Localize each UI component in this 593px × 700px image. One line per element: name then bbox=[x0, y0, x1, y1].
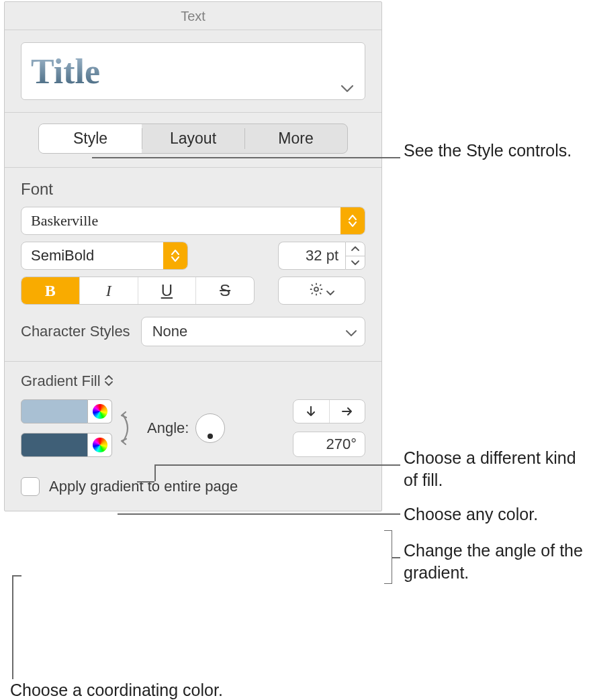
strikethrough-button[interactable]: S bbox=[195, 277, 254, 304]
callout-any-color: Choose any color. bbox=[404, 503, 538, 526]
font-weight-value: SemiBold bbox=[21, 247, 163, 264]
text-inspector-panel: Text Title Style Layout More Font Basker… bbox=[4, 1, 382, 511]
chevron-down-icon bbox=[326, 283, 334, 299]
format-tabs: Style Layout More bbox=[38, 123, 348, 154]
callout-angle: Change the angle of the gradient. bbox=[404, 540, 592, 583]
font-family-select[interactable]: Baskerville bbox=[21, 207, 365, 235]
gradient-color-2-well[interactable] bbox=[21, 433, 88, 457]
tab-layout[interactable]: Layout bbox=[142, 124, 244, 153]
fill-type-label: Gradient Fill bbox=[21, 372, 101, 390]
svg-point-0 bbox=[314, 287, 318, 291]
bold-button[interactable]: B bbox=[21, 277, 79, 304]
font-size-stepper[interactable] bbox=[345, 242, 365, 270]
advanced-options-button[interactable] bbox=[278, 277, 365, 305]
paragraph-style-label: Title bbox=[31, 52, 100, 91]
gear-icon bbox=[309, 282, 324, 300]
panel-title: Text bbox=[5, 2, 381, 30]
italic-button[interactable]: I bbox=[79, 277, 138, 304]
character-style-select[interactable]: None bbox=[141, 317, 365, 346]
direction-right-button[interactable] bbox=[329, 400, 365, 423]
tab-style[interactable]: Style bbox=[39, 124, 142, 153]
callout-fill-kind: Choose a different kind of fill. bbox=[404, 447, 592, 491]
gradient-color-1-well[interactable] bbox=[21, 399, 88, 423]
font-heading: Font bbox=[21, 168, 365, 207]
callout-coord-color: Choose a coordinating color. bbox=[10, 679, 223, 700]
updown-icon bbox=[163, 242, 187, 269]
underline-button[interactable]: U bbox=[138, 277, 196, 304]
callout-style: See the Style controls. bbox=[404, 140, 572, 162]
chevron-up-icon bbox=[346, 242, 365, 256]
font-family-value: Baskerville bbox=[21, 212, 340, 230]
direction-down-button[interactable] bbox=[293, 400, 329, 423]
angle-field[interactable]: 270° bbox=[293, 432, 365, 457]
color-wheel-icon bbox=[93, 438, 107, 452]
swap-colors-button[interactable] bbox=[112, 409, 140, 447]
angle-dial[interactable] bbox=[195, 413, 225, 443]
chevron-down-icon bbox=[334, 43, 361, 99]
font-weight-select[interactable]: SemiBold bbox=[21, 242, 188, 270]
apply-to-page-label: Apply gradient to entire page bbox=[49, 478, 238, 495]
chevron-down-icon bbox=[346, 323, 357, 340]
font-size-field[interactable]: 32 pt bbox=[278, 242, 345, 270]
gradient-color-2-picker[interactable] bbox=[88, 433, 112, 457]
text-style-buttons: B I U S bbox=[21, 277, 255, 305]
paragraph-style-select[interactable]: Title bbox=[21, 42, 365, 100]
character-styles-label: Character Styles bbox=[21, 323, 130, 340]
color-wheel-icon bbox=[93, 404, 107, 419]
chevron-down-icon bbox=[346, 256, 365, 270]
fill-type-select[interactable]: Gradient Fill bbox=[21, 362, 113, 399]
gradient-color-1-picker[interactable] bbox=[88, 399, 112, 423]
updown-icon bbox=[340, 207, 365, 234]
updown-icon bbox=[105, 372, 113, 390]
angle-label: Angle: bbox=[147, 419, 189, 437]
apply-to-page-checkbox[interactable] bbox=[21, 477, 40, 496]
tab-more[interactable]: More bbox=[244, 124, 347, 153]
character-style-value: None bbox=[152, 323, 188, 340]
gradient-direction-buttons bbox=[293, 399, 365, 423]
angle-indicator-dot bbox=[208, 434, 213, 439]
